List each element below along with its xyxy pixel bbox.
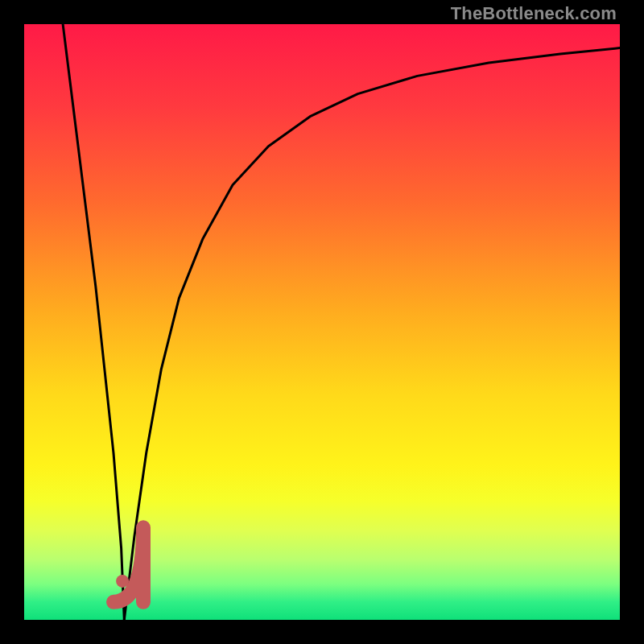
curves-layer: [24, 24, 620, 620]
j-marker: [114, 527, 143, 602]
plot-area: [24, 24, 620, 620]
outer-frame: TheBottleneck.com: [0, 0, 644, 644]
svg-point-1: [116, 575, 129, 588]
curve-left-branch: [63, 24, 124, 620]
curve-right-branch: [124, 48, 620, 620]
watermark-text: TheBottleneck.com: [451, 3, 617, 24]
